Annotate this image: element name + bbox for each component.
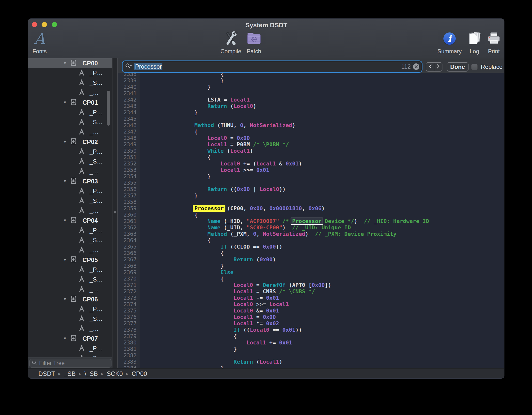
tree-row-_S[interactable]: _S… [28,78,112,88]
tree-row-label: CP06 [82,296,98,303]
tree-row-label: _P… [90,227,103,234]
breadcrumb-item-DSDT[interactable]: DSDT [38,370,55,377]
patch-button[interactable]: Patch [239,30,269,57]
line-number: 2370 [118,276,138,282]
line-number: 2356 [118,186,138,193]
breadcrumb-separator-icon: ▸ [79,371,81,377]
replace-checkbox[interactable] [471,64,478,70]
tree-row-_[interactable]: _… [28,166,112,176]
tree-row-CP00[interactable]: ▼ CP00 [28,58,112,68]
filter-tree-input[interactable]: Filter Tree [29,359,111,368]
line-number: 2365 [118,244,138,250]
code-line: } [140,173,504,180]
tree-row-_S[interactable]: _S… [28,157,112,166]
tree-row-CP01[interactable]: ▼ CP01 [28,98,112,107]
find-next-button[interactable] [434,63,442,71]
search-input[interactable]: Processor 112 [123,61,422,72]
tree-row-_S[interactable]: _S… [28,117,112,127]
line-number-gutter: 2338233923402341234223432344234523462347… [118,73,140,368]
tree-row-_S[interactable]: _S… [28,353,112,357]
tree-row-CP06[interactable]: ▼ CP06 [28,294,112,304]
code-line: { [140,154,504,161]
print-label: Print [488,48,500,55]
tree-row-_P[interactable]: _P… [28,343,112,353]
tree-row-_P[interactable]: _P… [28,68,112,78]
code-line: { [140,129,504,135]
code-editor[interactable]: 2338233923402341234223432344234523462347… [118,73,504,368]
print-button[interactable]: Print [482,30,504,57]
tree-row-_[interactable]: _… [28,284,112,294]
disclosure-triangle-icon[interactable]: ▼ [63,179,67,183]
code-line: { [140,237,504,244]
tree-row-_[interactable]: _… [28,127,112,137]
line-number: 2383 [118,359,138,365]
line-number: 2376 [118,314,138,320]
disclosure-triangle-icon[interactable]: ▼ [63,218,67,223]
tree-row-_S[interactable]: _S… [28,314,112,324]
breadcrumb-separator-icon: ▸ [126,371,128,377]
clear-search-icon[interactable] [413,63,419,70]
patch-folder-gear-icon [246,30,262,47]
breadcrumb-item-_SB[interactable]: \_SB [84,370,98,377]
tree-row-_[interactable]: _… [28,206,112,216]
line-number: 2341 [118,90,138,97]
search-query-text: Processor [134,63,162,70]
breadcrumb-item-_SB[interactable]: _SB [64,370,76,377]
code-line: } [140,84,504,90]
line-number: 2362 [118,224,138,231]
tree-row-CP03[interactable]: ▼ CP03 [28,176,112,186]
compile-tools-icon [223,30,239,47]
tree-row-CP02[interactable]: ▼ CP02 [28,137,112,147]
code-line: LSTA = Local1 [140,97,504,103]
code-line: } [140,109,504,116]
tree-row-_S[interactable]: _S… [28,275,112,284]
tree-row-CP04[interactable]: ▼ CP04 [28,216,112,225]
code-line [140,116,504,122]
tree-row-_[interactable]: _… [28,88,112,98]
sidebar-tree[interactable]: ▼ CP00 _P… _S… _…▼ CP01 _P… _S… [28,58,112,357]
print-printer-icon [487,30,501,47]
tree-row-_S[interactable]: _S… [28,235,112,245]
fonts-button[interactable]: A Fonts [30,30,49,57]
tree-row-_P[interactable]: _P… [28,147,112,157]
line-number: 2359 [118,205,138,212]
done-button[interactable]: Done [447,62,469,72]
line-number: 2354 [118,173,138,180]
disclosure-triangle-icon[interactable]: ▼ [63,258,67,262]
line-number: 2358 [118,199,138,205]
breadcrumb-item-CP00[interactable]: CP00 [132,370,147,377]
tree-row-CP07[interactable]: ▼ CP07 [28,334,112,343]
tree-row-label: CP04 [82,217,98,224]
disclosure-triangle-icon[interactable]: ▼ [63,100,67,105]
code-line: If ((Local0 == 0x01)) [140,327,504,333]
tree-row-_[interactable]: _… [28,324,112,334]
line-number: 2368 [118,263,138,269]
method-icon [78,315,85,323]
breadcrumb-separator-icon: ▸ [58,371,61,377]
method-icon [78,275,85,284]
method-icon [78,344,85,353]
tree-row-CP05[interactable]: ▼ CP05 [28,255,112,265]
disclosure-triangle-icon[interactable]: ▼ [63,140,67,144]
tree-row-_P[interactable]: _P… [28,107,112,117]
code-line: Method (_PXM, 0, NotSerialized) // _PXM:… [140,231,504,237]
code-line: } [140,77,504,84]
tree-row-_P[interactable]: _P… [28,265,112,275]
tree-row-_P[interactable]: _P… [28,225,112,235]
tree-row-_[interactable]: _… [28,245,112,255]
summary-button[interactable]: i Summary [435,30,464,57]
tree-row-_P[interactable]: _P… [28,186,112,196]
tree-row-_P[interactable]: _P… [28,304,112,314]
sidebar-scrollbar[interactable] [107,91,110,126]
disclosure-triangle-icon[interactable]: ▼ [63,61,67,65]
code-line: If ((CLOD == 0x00)) [140,244,504,250]
pane-divider[interactable] [112,58,118,368]
breadcrumb-item-SCK0[interactable]: SCK0 [107,370,123,377]
find-previous-button[interactable] [426,63,434,71]
tree-row-label: CP02 [82,138,98,146]
tree-row-_S[interactable]: _S… [28,196,112,206]
line-number: 2377 [118,320,138,327]
disclosure-triangle-icon[interactable]: ▼ [63,336,67,341]
disclosure-triangle-icon[interactable]: ▼ [63,297,67,301]
code-line: { [140,250,504,256]
